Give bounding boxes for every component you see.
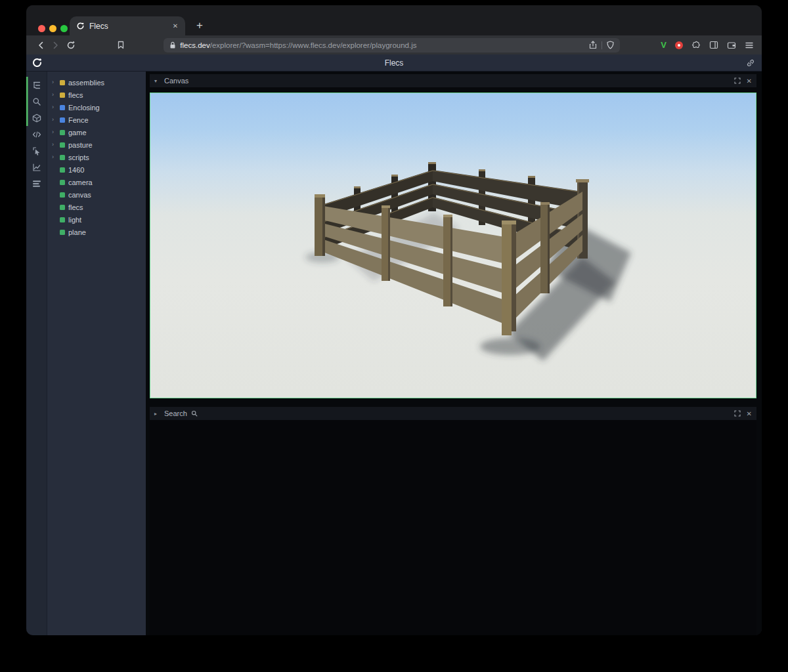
browser-tab[interactable]: Flecs ✕: [70, 16, 185, 35]
entity-kind-swatch: [60, 167, 65, 173]
bars-icon: [32, 179, 41, 188]
extension-v-icon[interactable]: V: [661, 40, 667, 50]
entity-kind-swatch: [60, 117, 65, 123]
entity-kind-swatch: [60, 130, 65, 135]
share-icon[interactable]: [589, 41, 597, 49]
tree-item[interactable]: ›flecs: [47, 201, 146, 213]
menu-icon[interactable]: [745, 41, 754, 49]
entity-kind-swatch: [60, 155, 65, 160]
app-header: Flecs: [26, 54, 762, 72]
tree-item-label: scripts: [68, 154, 89, 161]
entity-tree-panel: ›assemblies ›flecs ›Enclosing ›Fence ›ga…: [47, 72, 146, 635]
forward-button[interactable]: [48, 38, 63, 52]
address-bar[interactable]: flecs.dev/explorer/?wasm=https://www.fle…: [164, 38, 620, 52]
search-icon: [32, 97, 41, 106]
sidebar-icon-stats-chart[interactable]: [26, 159, 47, 175]
url-domain: flecs.dev: [180, 41, 209, 49]
search-small-icon: [191, 410, 198, 417]
tree-item-label: flecs: [68, 203, 83, 211]
reload-button[interactable]: [63, 38, 78, 52]
tree-item-label: pasture: [68, 141, 93, 149]
entity-kind-swatch: [60, 93, 65, 98]
tab-title: Flecs: [89, 22, 166, 31]
search-panel-title: Search: [164, 410, 187, 417]
entity-kind-swatch: [60, 205, 65, 210]
tree-item-label: plane: [68, 228, 86, 236]
fullscreen-icon[interactable]: [734, 410, 741, 417]
tree-item-label: assemblies: [68, 79, 104, 87]
entity-kind-swatch: [60, 192, 65, 198]
entity-kind-swatch: [60, 180, 65, 185]
main-panel-area: ▾ Canvas ✕: [146, 72, 762, 635]
search-panel-header[interactable]: ▸ Search ✕: [150, 407, 756, 420]
code-icon: [32, 130, 41, 139]
sidebar-icon-entity-tree[interactable]: [26, 77, 47, 93]
tree-expand-arrow[interactable]: ›: [52, 142, 56, 148]
sidebar-toggle-icon[interactable]: [709, 41, 718, 49]
browser-window: Flecs ✕ +: [26, 5, 762, 635]
forward-arrow-icon: [51, 41, 60, 50]
close-icon[interactable]: ✕: [747, 410, 752, 417]
brave-shield-icon[interactable]: [607, 41, 614, 49]
tree-item[interactable]: ›canvas: [47, 188, 146, 201]
tree-expand-arrow[interactable]: ›: [52, 117, 56, 123]
sidebar-icon-search[interactable]: [26, 93, 47, 110]
sidebar-icon-canvas-3d[interactable]: [26, 110, 47, 126]
tree-item[interactable]: ›game: [47, 126, 146, 138]
tree-item[interactable]: ›Fence: [47, 114, 146, 126]
divider: [602, 41, 602, 49]
tree-expand-arrow[interactable]: ›: [52, 129, 56, 135]
chevron-right-icon[interactable]: ▸: [154, 411, 160, 417]
canvas-panel-title: Canvas: [164, 77, 188, 85]
search-panel-body: [150, 420, 756, 635]
sidebar-icon-code-editor[interactable]: [26, 126, 47, 142]
url-path: /explorer/?wasm=https://www.flecs.dev/ex…: [210, 41, 417, 49]
tree-expand-arrow[interactable]: ›: [52, 92, 56, 98]
sidebar-icon-entity-picker[interactable]: [26, 142, 47, 159]
tree-expand-arrow[interactable]: ›: [52, 104, 56, 110]
bookmark-button[interactable]: [114, 38, 129, 52]
entity-tree-icon: [32, 81, 41, 90]
tree-expand-arrow[interactable]: ›: [52, 79, 56, 85]
tree-item[interactable]: ›camera: [47, 176, 146, 188]
wallet-icon[interactable]: [727, 41, 736, 49]
tree-item[interactable]: ›1460: [47, 163, 146, 176]
minimize-window-button[interactable]: [49, 25, 56, 32]
lock-icon: [169, 41, 176, 49]
tree-item[interactable]: ›light: [47, 213, 146, 226]
3d-scene-fence: [150, 93, 756, 398]
entity-kind-swatch: [60, 105, 65, 110]
zoom-window-button[interactable]: [60, 25, 68, 32]
canvas-panel-header[interactable]: ▾ Canvas ✕: [150, 74, 756, 87]
back-arrow-icon: [36, 41, 45, 50]
tree-item[interactable]: ›plane: [47, 226, 146, 238]
tab-close-icon[interactable]: ✕: [171, 22, 180, 30]
extensions-puzzle-icon[interactable]: [691, 41, 701, 50]
app-title: Flecs: [26, 58, 762, 68]
entity-kind-swatch: [60, 80, 65, 85]
new-tab-button[interactable]: +: [192, 18, 208, 33]
close-window-button[interactable]: [38, 25, 45, 32]
tree-item[interactable]: ›flecs: [47, 89, 146, 101]
tree-item[interactable]: ›scripts: [47, 151, 146, 163]
fullscreen-icon[interactable]: [734, 77, 741, 84]
pointer-icon: [32, 146, 41, 156]
sidebar-icon-stats-tables[interactable]: [26, 175, 47, 192]
close-icon[interactable]: ✕: [747, 77, 752, 85]
entity-kind-swatch: [60, 217, 65, 222]
chevron-down-icon[interactable]: ▾: [154, 78, 160, 84]
tree-item[interactable]: ›Enclosing: [47, 101, 146, 114]
tree-item-label: 1460: [68, 166, 84, 174]
tree-expand-arrow[interactable]: ›: [52, 154, 56, 160]
tree-item[interactable]: ›assemblies: [47, 76, 146, 89]
share-link-icon[interactable]: [746, 58, 755, 68]
tree-item-label: camera: [68, 178, 93, 186]
bookmark-icon: [117, 41, 125, 49]
back-button[interactable]: [33, 38, 48, 52]
traffic-lights: [38, 25, 68, 32]
reload-icon: [66, 41, 76, 50]
extension-red-icon[interactable]: [675, 41, 683, 49]
tree-item[interactable]: ›pasture: [47, 138, 146, 151]
tree-item-label: canvas: [68, 191, 91, 199]
canvas-viewport[interactable]: [150, 93, 756, 398]
